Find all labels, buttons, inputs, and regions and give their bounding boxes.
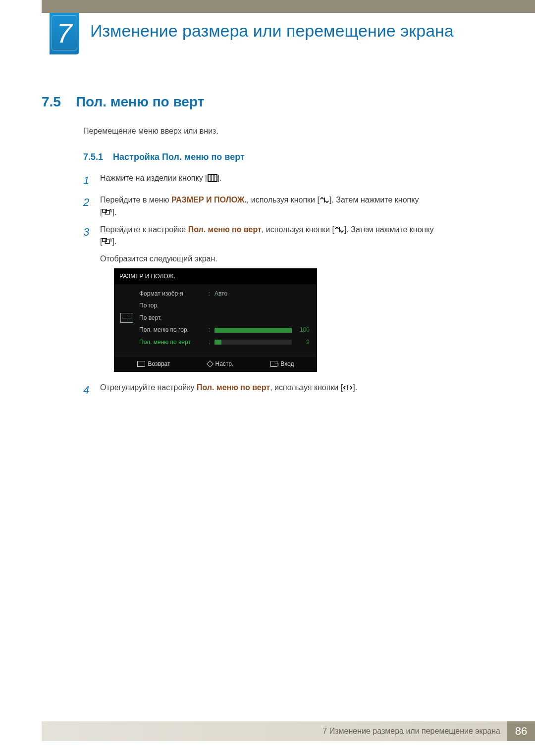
top-bar: [42, 0, 535, 13]
osd-value: Авто: [214, 289, 239, 299]
step-body: Перейдите к настройке Пол. меню по верт,…: [100, 224, 495, 377]
footer-bar: 7 Изменение размера или перемещение экра…: [42, 721, 535, 741]
menu-icon: [208, 174, 217, 182]
osd-row-hpos: По гор.: [139, 301, 310, 310]
setting-name: Пол. меню по верт: [197, 383, 270, 392]
step-body: Нажмите на изделии кнопку [].: [100, 172, 495, 189]
position-icon: [120, 313, 133, 323]
text: Перейдите к настройке: [100, 225, 188, 234]
text: ].: [353, 383, 357, 392]
label: Настр.: [215, 359, 234, 369]
step-number: 4: [83, 382, 91, 399]
setting-name: Пол. меню по верт: [188, 225, 262, 234]
section-number: 7.5: [42, 94, 61, 110]
left-right-icon: [343, 384, 353, 392]
osd-title: РАЗМЕР И ПОЛОЖ.: [114, 269, 317, 284]
up-down-icon: [320, 196, 329, 204]
osd-label: По гор.: [139, 301, 209, 310]
osd-row-format: Формат изобр-я : Авто: [139, 289, 310, 299]
enter-icon: [102, 208, 112, 216]
osd-row-menu-hpos: Пол. меню по гор. : 100: [139, 325, 310, 335]
osd-footer-enter: Вход: [270, 359, 294, 369]
chapter-badge: 7: [50, 13, 79, 54]
subsection-heading: 7.5.1 Настройка Пол. меню по верт: [83, 152, 245, 162]
osd-label: Пол. меню по верт: [139, 338, 209, 347]
section-title: Пол. меню по верт: [76, 94, 204, 110]
enter-icon: [102, 238, 112, 246]
step-number: 1: [83, 172, 91, 189]
step-body: Отрегулируйте настройку Пол. меню по вер…: [100, 382, 495, 399]
chapter-title: Изменение размера или перемещение экрана: [90, 21, 515, 41]
text: Отрегулируйте настройку: [100, 383, 197, 392]
text: , используя кнопки [: [262, 225, 334, 234]
diamond-icon: [206, 360, 213, 367]
step-number: 3: [83, 224, 91, 377]
text: , используя кнопки [: [247, 196, 320, 204]
text: , используя кнопки [: [270, 383, 343, 392]
text: ].: [217, 174, 222, 182]
step-3: 3 Перейдите к настройке Пол. меню по вер…: [83, 224, 495, 377]
osd-footer-adjust: Настр.: [208, 359, 234, 369]
step-body: Перейдите в меню РАЗМЕР И ПОЛОЖ., исполь…: [100, 194, 495, 219]
slider-fill: [214, 340, 221, 345]
text: Нажмите на изделии кнопку [: [100, 174, 208, 182]
slider-fill: [214, 328, 292, 333]
osd-label: Формат изобр-я: [139, 289, 209, 299]
colon: :: [209, 325, 214, 335]
text: Перейдите в меню: [100, 196, 171, 204]
enter-icon: [270, 361, 277, 367]
osd-body: Формат изобр-я : Авто По гор. По верт. П…: [114, 284, 317, 356]
page-number: 86: [507, 721, 535, 741]
subsection-number: 7.5.1: [83, 152, 103, 162]
text: Отобразится следующий экран.: [100, 253, 495, 265]
text: ].: [112, 237, 116, 246]
colon: :: [209, 338, 214, 347]
osd-slider: [214, 328, 292, 333]
step-2: 2 Перейдите в меню РАЗМЕР И ПОЛОЖ., испо…: [83, 194, 495, 219]
colon: :: [209, 289, 214, 299]
osd-row-vpos: По верт.: [139, 313, 310, 323]
label: Вход: [280, 359, 294, 369]
subsection-title: Настройка Пол. меню по верт: [113, 152, 245, 162]
steps: 1 Нажмите на изделии кнопку []. 2 Перейд…: [83, 172, 495, 403]
text: ].: [112, 208, 116, 216]
osd-list: Формат изобр-я : Авто По гор. По верт. П…: [139, 289, 310, 347]
menu-icon: [137, 361, 145, 367]
label: Возврат: [148, 359, 170, 369]
footer-chapter: 7 Изменение размера или перемещение экра…: [322, 727, 500, 736]
up-down-icon: [334, 226, 344, 234]
osd-row-menu-vpos: Пол. меню по верт : 9: [139, 338, 310, 347]
step-4: 4 Отрегулируйте настройку Пол. меню по в…: [83, 382, 495, 399]
text: ]. Затем нажмите кнопку: [344, 225, 433, 234]
osd-slider: [214, 340, 292, 345]
section-heading: 7.5 Пол. меню по верт: [42, 94, 495, 110]
section-intro: Перемещение меню вверх или вниз.: [83, 127, 218, 136]
chapter-number: 7: [56, 17, 72, 49]
text: ]. Затем нажмите кнопку: [329, 196, 419, 204]
menu-name: РАЗМЕР И ПОЛОЖ.: [171, 196, 247, 204]
osd-slider-value: 9: [295, 338, 310, 347]
step-1: 1 Нажмите на изделии кнопку [].: [83, 172, 495, 189]
osd-footer-back: Возврат: [137, 359, 170, 369]
osd-category-icon-col: [119, 289, 134, 347]
osd-panel: РАЗМЕР И ПОЛОЖ. Формат изобр-я : Авто По…: [114, 268, 317, 372]
osd-label: Пол. меню по гор.: [139, 325, 209, 335]
step-number: 2: [83, 194, 91, 219]
svg-rect-0: [208, 175, 217, 182]
osd-slider-value: 100: [295, 325, 310, 335]
chapter-badge-inner: 7: [52, 15, 77, 50]
osd-footer: Возврат Настр. Вход: [114, 356, 317, 372]
osd-label: По верт.: [139, 313, 209, 323]
